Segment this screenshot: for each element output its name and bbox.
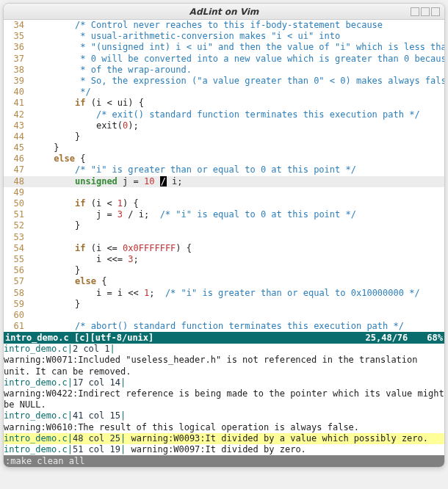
maximize-button[interactable]: [421, 7, 430, 16]
cursor: /: [160, 176, 167, 186]
code-text: /* abort() standard function terminates …: [27, 321, 444, 332]
code-text: /* "i" is greater than or equal to 0 at …: [27, 164, 444, 175]
code-text: [27, 232, 444, 243]
code-text: unsigned j = 10 / i;: [27, 176, 444, 187]
qf-file: intro_demo.c: [4, 433, 68, 444]
line-number: 52: [4, 220, 27, 231]
line-number: 47: [4, 164, 27, 175]
code-line[interactable]: 60: [4, 310, 444, 321]
close-button[interactable]: [431, 7, 440, 16]
code-text: if (i < ui) {: [27, 98, 444, 109]
vim-window: AdLint on Vim 34 /* Control never reache…: [3, 3, 445, 468]
status-percent: 68%: [427, 333, 443, 343]
line-number: 51: [4, 209, 27, 220]
line-number: 41: [4, 98, 27, 109]
code-line[interactable]: 58 i = i << 1; /* "i" is greater than or…: [4, 288, 444, 299]
window-title: AdLint on Vim: [189, 7, 259, 17]
line-number: 46: [4, 153, 27, 164]
line-number: 39: [4, 76, 27, 87]
code-text: [27, 310, 444, 321]
code-line[interactable]: 50 if (i < 1) {: [4, 198, 444, 209]
status-file: intro_demo.c [c][utf-8/unix]: [5, 333, 366, 343]
code-text: * So, the expression ("a value greater t…: [27, 76, 444, 87]
quickfix-item[interactable]: intro_demo.c|17 col 14| warning:W0422:In…: [4, 377, 444, 411]
qf-location: 51 col 19: [73, 444, 120, 455]
quickfix-list[interactable]: intro_demo.c|2 col 1| warning:W0071:Incl…: [4, 344, 444, 455]
qf-file: intro_demo.c: [4, 410, 68, 421]
line-number: 37: [4, 54, 27, 65]
code-line[interactable]: 43 exit(0);: [4, 120, 444, 131]
line-number: 49: [4, 187, 27, 198]
code-line[interactable]: 55 i <<= 3;: [4, 254, 444, 265]
code-text: else {: [27, 153, 444, 164]
code-line[interactable]: 44 }: [4, 131, 444, 142]
window-controls: [411, 7, 440, 16]
code-line[interactable]: 54 if (i <= 0x0FFFFFFF) {: [4, 243, 444, 254]
minimize-button[interactable]: [411, 7, 419, 16]
qf-message: warning:W0093:It divided by a value whic…: [131, 433, 428, 444]
code-text: * "(unsigned int) i < ui" and then the v…: [27, 42, 444, 53]
qf-location: 17 col 14: [73, 377, 120, 388]
code-line[interactable]: 48 unsigned j = 10 / i;: [4, 176, 444, 187]
line-number: 54: [4, 243, 27, 254]
code-line[interactable]: 52 }: [4, 220, 444, 231]
line-number: 44: [4, 131, 27, 142]
qf-file: intro_demo.c: [4, 344, 68, 355]
line-number: 56: [4, 265, 27, 276]
quickfix-item[interactable]: intro_demo.c|51 col 19| warning:W0097:It…: [4, 444, 444, 455]
code-text: i <<= 3;: [27, 254, 444, 265]
code-line[interactable]: 35 * usual-arithmetic-conversion makes "…: [4, 31, 444, 42]
code-line[interactable]: 56 }: [4, 265, 444, 276]
code-text: }: [27, 131, 444, 142]
status-position: 25,48/76: [366, 333, 427, 343]
qf-file: intro_demo.c: [4, 377, 68, 388]
code-text: /* Control never reaches to this if-body…: [27, 20, 444, 31]
code-line[interactable]: 40 */: [4, 87, 444, 98]
code-line[interactable]: 38 * of the wrap-around.: [4, 65, 444, 76]
quickfix-item[interactable]: intro_demo.c|41 col 15| warning:W0610:Th…: [4, 410, 444, 432]
code-text: /* exit() standard function terminates t…: [27, 109, 444, 120]
window-titlebar[interactable]: AdLint on Vim: [4, 4, 444, 20]
line-number: 53: [4, 232, 27, 243]
line-number: 38: [4, 65, 27, 76]
code-text: }: [27, 220, 444, 231]
code-line[interactable]: 41 if (i < ui) {: [4, 98, 444, 109]
line-number: 58: [4, 288, 27, 299]
command-line[interactable]: :make clean all: [4, 455, 444, 467]
line-number: 61: [4, 321, 27, 332]
command-text: :make clean all: [5, 456, 84, 466]
line-number: 59: [4, 299, 27, 310]
quickfix-item[interactable]: intro_demo.c|2 col 1| warning:W0071:Incl…: [4, 344, 444, 377]
code-line[interactable]: 49: [4, 187, 444, 198]
code-text: if (i <= 0x0FFFFFFF) {: [27, 243, 444, 254]
quickfix-item[interactable]: intro_demo.c|48 col 25| warning:W0093:It…: [4, 433, 444, 444]
qf-location: 41 col 15: [73, 410, 120, 421]
code-line[interactable]: 59 }: [4, 299, 444, 310]
code-line[interactable]: 34 /* Control never reaches to this if-b…: [4, 20, 444, 31]
code-text: * usual-arithmetic-conversion makes "i <…: [27, 31, 444, 42]
line-number: 42: [4, 109, 27, 120]
code-line[interactable]: 47 /* "i" is greater than or equal to 0 …: [4, 164, 444, 175]
line-number: 36: [4, 42, 27, 53]
line-number: 45: [4, 142, 27, 153]
code-editor[interactable]: 34 /* Control never reaches to this if-b…: [4, 20, 444, 332]
code-line[interactable]: 51 j = 3 / i; /* "i" is equal to 0 at th…: [4, 209, 444, 220]
line-number: 55: [4, 254, 27, 265]
qf-message: warning:W0610:The result of this logical…: [4, 422, 359, 433]
line-number: 48: [4, 176, 27, 187]
code-line[interactable]: 53: [4, 232, 444, 243]
code-line[interactable]: 57 else {: [4, 276, 444, 287]
code-line[interactable]: 45 }: [4, 142, 444, 153]
code-line[interactable]: 61 /* abort() standard function terminat…: [4, 321, 444, 332]
code-line[interactable]: 39 * So, the expression ("a value greate…: [4, 76, 444, 87]
code-text: else {: [27, 276, 444, 287]
code-line[interactable]: 36 * "(unsigned int) i < ui" and then th…: [4, 42, 444, 53]
code-line[interactable]: 37 * 0 will be converted into a new valu…: [4, 54, 444, 65]
code-line[interactable]: 46 else {: [4, 153, 444, 164]
code-line[interactable]: 42 /* exit() standard function terminate…: [4, 109, 444, 120]
code-text: */: [27, 87, 444, 98]
code-text: * 0 will be converted into a new value w…: [27, 54, 444, 65]
line-number: 35: [4, 31, 27, 42]
code-text: i = i << 1; /* "i" is greater than or eq…: [27, 288, 444, 299]
qf-location: 48 col 25: [73, 433, 120, 444]
